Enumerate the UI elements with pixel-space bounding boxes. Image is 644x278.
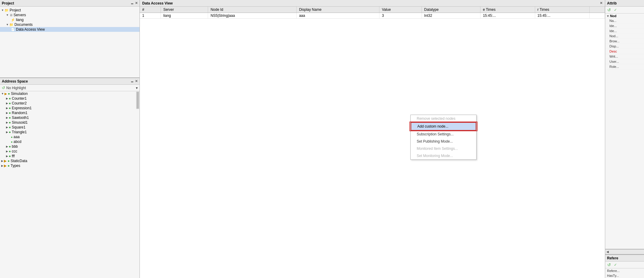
tree-item-documents[interactable]: ▼ 📁 Documents	[0, 22, 140, 27]
pin-icon[interactable]: 🗕	[130, 1, 134, 5]
data-table-area: # Server Node Id Display Name Value Data…	[140, 7, 605, 278]
green-icon-counter2: ●	[9, 101, 11, 105]
tree-label-ccc: ccc	[12, 149, 17, 153]
attr-check-button[interactable]: ✓	[613, 7, 618, 13]
expand-arrow-square1: ▶	[6, 126, 8, 129]
expand-arrow-documents: ▼	[6, 23, 9, 26]
tree-item-sawtooth1[interactable]: ▶ ● Sawtooth1	[0, 115, 140, 120]
tree-label-square1: Square1	[12, 125, 25, 129]
tree-item-random1[interactable]: ▶ ● Random1	[0, 110, 140, 115]
highlight-label: No Highlight	[6, 86, 26, 90]
cell-value: 3	[379, 13, 422, 19]
ref-check-button[interactable]: ✓	[613, 262, 618, 267]
data-access-header: Data Access View ✕	[140, 0, 605, 7]
expand-arrow-counter2: ▶	[6, 102, 8, 105]
tree-label-staticdata: StaticData	[11, 159, 27, 163]
context-menu-set-publishing-mode[interactable]: Set Publishing Mode...	[411, 138, 476, 145]
green-icon-random1: ●	[9, 111, 11, 115]
green-icon-counter1: ●	[9, 96, 11, 101]
tree-item-triangle1[interactable]: ▶ ● Triangle1	[0, 130, 140, 134]
context-menu-set-monitoring-mode[interactable]: Set Monitoring Mode...	[411, 152, 476, 159]
attr-item-ide2: Ide...	[605, 29, 644, 34]
tree-item-square1[interactable]: ▶ ● Square1	[0, 125, 140, 130]
tree-label-random1: Random1	[12, 111, 27, 115]
ref-refresh-button[interactable]: ↺	[606, 262, 612, 267]
refresh-icon-ref: ↺	[607, 262, 611, 267]
tree-label-triangle1: Triangle1	[12, 130, 27, 134]
close-icon[interactable]: ✕	[135, 1, 138, 5]
cell-extra	[589, 13, 605, 19]
check-icon-ref: ✓	[614, 263, 617, 267]
scroll-thumb[interactable]	[136, 91, 140, 109]
expand-arrow-counter1: ▶	[6, 97, 8, 100]
tree-item-types[interactable]: ▶ ▶ ● Types	[0, 163, 140, 168]
tree-item-staticdata[interactable]: ▶ ▶ ● StaticData	[0, 159, 140, 163]
chevron-down-icon: ▾	[136, 86, 138, 90]
context-menu-remove-nodes[interactable]: Remove selected nodes	[411, 115, 476, 122]
tree-item-sinusoid1[interactable]: ▶ ● Sinusoid1	[0, 120, 140, 125]
refresh-icon-attr: ↺	[607, 8, 611, 12]
attr-item-desc: Desc	[605, 49, 644, 54]
close-icon-addr[interactable]: ✕	[135, 79, 138, 83]
table-row[interactable]: 1 liang NS5|String|aaa aaa 3 Int32 15:45…	[140, 13, 605, 19]
tree-item-project[interactable]: ▼ 📁 Project	[0, 8, 140, 13]
tree-item-ccc[interactable]: ▶ ● ccc	[0, 149, 140, 154]
server-icon-servers: 🖥	[9, 13, 13, 17]
green-icon-bbb: ●	[9, 144, 11, 149]
tree-item-liang[interactable]: ⚡ liang	[0, 17, 140, 22]
remove-nodes-label: Remove selected nodes	[417, 116, 455, 121]
address-space-title: Address Space	[2, 79, 28, 83]
attr-refresh-button[interactable]: ↺	[606, 7, 612, 13]
ref-item-hasty: HasTy...	[605, 273, 644, 278]
tree-item-data-access-view[interactable]: 📄 Data Access View	[0, 27, 140, 32]
highlight-selector[interactable]: ↺ No Highlight ▾	[0, 85, 140, 91]
expand-arrow-expression1: ▶	[6, 107, 8, 110]
tree-item-expression1[interactable]: ▶ ● Expression1	[0, 106, 140, 110]
references-header: Refere	[605, 255, 644, 261]
expand-arrow-sinusoid1: ▶	[6, 121, 8, 124]
tree-item-simulation[interactable]: ▼ ▶ ● Simulation	[0, 91, 140, 96]
tree-item-aaa[interactable]: ● aaa	[0, 134, 140, 139]
attr-item-user: User...	[605, 59, 644, 64]
tree-item-fff[interactable]: ▶ ● fff	[0, 154, 140, 159]
tree-label-sawtooth1: Sawtooth1	[12, 116, 29, 120]
collapse-button[interactable]: ◀	[605, 249, 644, 254]
data-access-close-icon[interactable]: ✕	[600, 1, 603, 5]
context-menu-add-custom-node[interactable]: Add custom node...	[411, 122, 476, 131]
highlight-dropdown[interactable]: No Highlight ▾	[6, 86, 138, 90]
green-icon-fff: ●	[9, 154, 11, 158]
cell-display-name: aaa	[296, 13, 379, 19]
tree-item-servers[interactable]: ▼ 🖥 Servers	[0, 13, 140, 17]
set-monitoring-mode-label: Set Monitoring Mode...	[417, 154, 453, 158]
attr-item-disp: Disp...	[605, 44, 644, 49]
data-access-title: Data Access View	[142, 1, 173, 5]
cell-node-id: NS5|String|aaa	[208, 13, 296, 19]
pin-icon-addr[interactable]: 🗕	[130, 79, 134, 83]
green-icon-triangle1: ●	[9, 130, 11, 134]
tree-label-sinusoid1: Sinusoid1	[12, 120, 28, 125]
tree-item-counter1[interactable]: ▶ ● Counter1	[0, 96, 140, 101]
address-tree[interactable]: ▼ ▶ ● Simulation ▶ ● Counter1 ▶ ● Counte…	[0, 91, 140, 278]
set-publishing-mode-label: Set Publishing Mode...	[417, 139, 453, 144]
folder-icon-simulation: ▶	[5, 92, 7, 96]
attributes-header: Attrib	[605, 0, 644, 7]
tree-item-abcd[interactable]: ● abcd	[0, 139, 140, 144]
attr-item-nod: Nod...	[605, 34, 644, 39]
add-custom-node-label: Add custom node...	[417, 124, 448, 128]
address-header-icons: 🗕 ✕	[130, 79, 138, 83]
cell-r-times: 15:45:...	[535, 13, 589, 19]
expand-arrow-types: ▶	[1, 164, 3, 167]
node-expand-icon: ▼	[606, 14, 609, 18]
context-menu-monitored-item-settings[interactable]: Monitored Item Settings...	[411, 145, 476, 152]
tree-item-bbb[interactable]: ▶ ● bbb	[0, 144, 140, 149]
tree-label-counter1: Counter1	[12, 96, 26, 101]
col-server: Server	[161, 7, 208, 13]
green-icon-sawtooth1: ●	[9, 116, 11, 120]
project-tree: ▼ 📁 Project ▼ 🖥 Servers ⚡ liang ▼ 📁 Docu…	[0, 7, 140, 77]
tree-item-counter2[interactable]: ▶ ● Counter2	[0, 101, 140, 106]
node-section-row: ▼ Nod	[605, 14, 644, 18]
right-panel: Attrib ↺ ✓ ▼ Nod Na... Ide... Ide... Nod…	[605, 0, 644, 278]
context-menu-subscription-settings[interactable]: Subscription Settings...	[411, 131, 476, 138]
tree-label-expression1: Expression1	[12, 106, 32, 110]
check-icon-attr: ✓	[614, 8, 617, 12]
